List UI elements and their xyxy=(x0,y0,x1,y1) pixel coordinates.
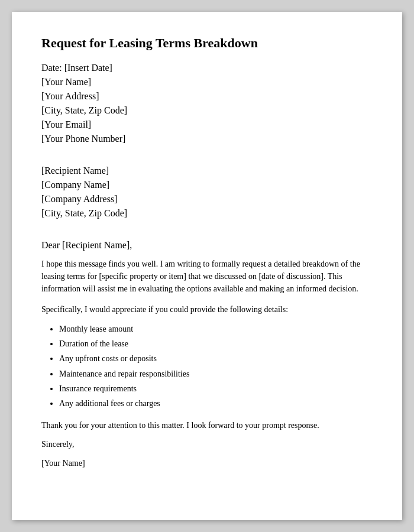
document-page: Request for Leasing Terms Breakdown Date… xyxy=(12,12,402,520)
sender-phone: [Your Phone Number] xyxy=(41,134,373,144)
sender-address: [Your Address] xyxy=(41,91,373,102)
sender-name: [Your Name] xyxy=(41,77,373,87)
list-item: Monthly lease amount xyxy=(59,322,373,336)
list-item: Insurance requirements xyxy=(59,381,373,396)
list-item: Any additional fees or charges xyxy=(59,396,373,411)
recipient-section: [Recipient Name] [Company Name] [Company… xyxy=(41,166,373,219)
sender-email: [Your Email] xyxy=(41,119,373,130)
recipient-name: [Recipient Name] xyxy=(41,166,373,176)
closing-name: [Your Name] xyxy=(41,459,373,468)
sender-section: Date: [Insert Date] [Your Name] [Your Ad… xyxy=(41,63,373,144)
list-item: Maintenance and repair responsibilities xyxy=(59,366,373,381)
recipient-city-state-zip: [City, State, Zip Code] xyxy=(41,208,373,219)
body-paragraph-1: I hope this message finds you well. I am… xyxy=(41,258,373,295)
body-paragraph-2: Thank you for your attention to this mat… xyxy=(41,419,373,432)
salutation-section: Dear [Recipient Name], xyxy=(41,240,373,251)
salutation: Dear [Recipient Name], xyxy=(41,240,373,251)
list-item: Any upfront costs or deposits xyxy=(59,351,373,366)
closing-sincerely: Sincerely, xyxy=(41,440,373,449)
recipient-address: [Company Address] xyxy=(41,194,373,205)
closing-section: Sincerely, [Your Name] xyxy=(41,440,373,468)
bullet-list: Monthly lease amount Duration of the lea… xyxy=(59,322,373,411)
list-item: Duration of the lease xyxy=(59,336,373,351)
list-intro: Specifically, I would appreciate if you … xyxy=(41,303,373,316)
sender-date: Date: [Insert Date] xyxy=(41,63,373,73)
recipient-company: [Company Name] xyxy=(41,180,373,190)
document-title: Request for Leasing Terms Breakdown xyxy=(41,35,373,51)
sender-city-state-zip: [City, State, Zip Code] xyxy=(41,105,373,116)
